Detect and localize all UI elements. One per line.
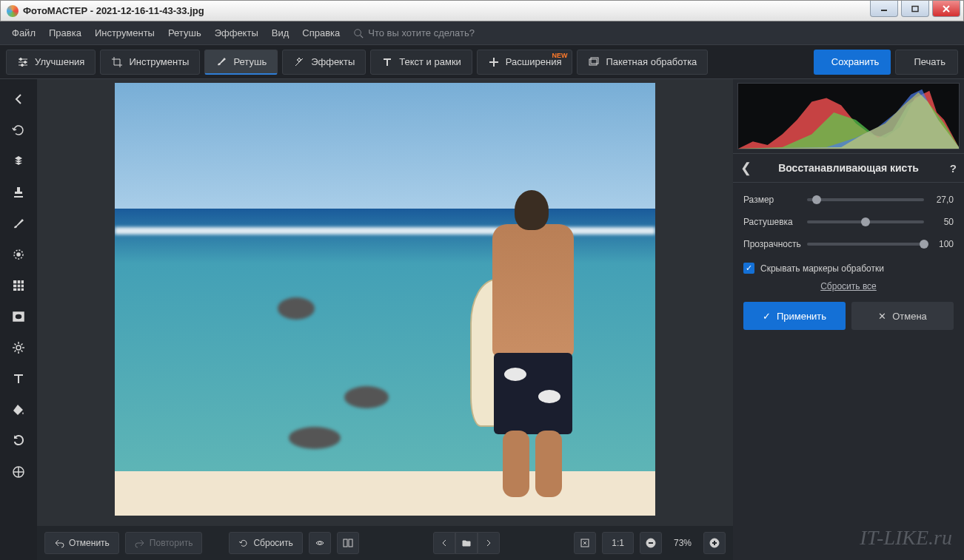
- redo-button[interactable]: Повторить: [125, 532, 203, 554]
- panel-help-button[interactable]: ?: [942, 162, 957, 175]
- tool-stamp[interactable]: [6, 180, 31, 205]
- image-canvas[interactable]: [115, 83, 655, 516]
- cancel-button[interactable]: ✕ Отмена: [851, 302, 954, 330]
- menu-help[interactable]: Справка: [296, 24, 346, 41]
- slider-size-track[interactable]: [807, 198, 924, 201]
- canvas-footer: Отменить Повторить Сбросить 1:1 73%: [37, 526, 733, 560]
- svg-rect-28: [344, 539, 347, 547]
- menu-retouch[interactable]: Ретушь: [162, 24, 207, 41]
- next-image-button[interactable]: [478, 532, 500, 554]
- tab-retouch[interactable]: Ретушь: [204, 50, 278, 75]
- menu-edit[interactable]: Правка: [43, 24, 87, 41]
- prev-image-button[interactable]: [433, 532, 455, 554]
- check-icon: ✓: [763, 311, 771, 322]
- histogram[interactable]: [737, 83, 960, 149]
- crop-icon: [111, 56, 123, 68]
- compare-button[interactable]: [309, 532, 331, 554]
- watermark: IT-LIKE.ru: [860, 526, 952, 550]
- text-icon: [381, 56, 393, 68]
- tool-healing[interactable]: [6, 149, 31, 174]
- svg-rect-22: [13, 280, 24, 291]
- tool-3dlut[interactable]: [6, 459, 31, 485]
- tool-fill[interactable]: [6, 397, 31, 422]
- search-icon: [353, 28, 364, 38]
- reset-all-link[interactable]: Сбросить все: [743, 281, 954, 291]
- svg-point-25: [16, 345, 21, 350]
- svg-line-5: [361, 35, 364, 38]
- split-view-button[interactable]: [337, 532, 359, 554]
- menubar: Файл Правка Инструменты Ретушь Эффекты В…: [0, 21, 964, 45]
- svg-point-9: [20, 58, 22, 60]
- window-title: ФотоМАСТЕР - 2021-12-16-11-43-33.jpg: [23, 5, 204, 16]
- tool-brush[interactable]: [6, 211, 31, 236]
- slider-size: Размер 27,0: [743, 195, 954, 205]
- svg-point-11: [21, 64, 24, 66]
- tool-vignette[interactable]: [6, 304, 31, 329]
- panel-back-button[interactable]: ❮: [740, 160, 755, 176]
- slider-feather: Растушевка 50: [743, 217, 954, 227]
- tool-radial[interactable]: [6, 242, 31, 267]
- zoom-1to1-button[interactable]: 1:1: [602, 532, 634, 554]
- reset-button[interactable]: Сбросить: [229, 532, 302, 554]
- svg-point-4: [355, 29, 361, 36]
- panel-title: Восстанавливающая кисть: [763, 162, 934, 174]
- tool-light[interactable]: [6, 335, 31, 360]
- svg-point-10: [24, 61, 27, 63]
- menu-tools[interactable]: Инструменты: [89, 24, 161, 41]
- plus-icon: [488, 56, 500, 68]
- search-box[interactable]: Что вы хотите сделать?: [353, 27, 475, 38]
- tool-grid[interactable]: [6, 273, 31, 298]
- left-tool-strip: [0, 79, 37, 560]
- panel-header: ❮ Восстанавливающая кисть ?: [733, 153, 964, 183]
- main-toolbar: Улучшения Инструменты Ретушь Эффекты Тек…: [0, 45, 964, 79]
- new-badge: NEW: [552, 52, 567, 59]
- undo-button[interactable]: Отменить: [44, 532, 119, 554]
- nav-group: [433, 532, 500, 554]
- tab-text-frames[interactable]: Текст и рамки: [370, 50, 472, 75]
- save-button[interactable]: Сохранить: [814, 50, 891, 75]
- slider-opacity: Прозрачность 100: [743, 239, 954, 249]
- app-logo-icon: [7, 5, 19, 17]
- svg-rect-29: [349, 539, 352, 547]
- search-placeholder: Что вы хотите сделать?: [368, 27, 475, 38]
- tab-extensions[interactable]: Расширения NEW: [477, 50, 573, 75]
- close-icon: ✕: [878, 311, 886, 322]
- fit-screen-button[interactable]: [574, 532, 596, 554]
- print-button[interactable]: Печать: [895, 50, 958, 75]
- check-icon: ✓: [743, 263, 754, 274]
- menu-effects[interactable]: Эффекты: [209, 24, 264, 41]
- sliders-icon: [17, 56, 29, 68]
- tool-replace[interactable]: [6, 428, 31, 453]
- zoom-in-button[interactable]: [703, 532, 726, 554]
- svg-rect-1: [912, 6, 918, 11]
- tool-text[interactable]: [6, 366, 31, 391]
- tab-enhance[interactable]: Улучшения: [6, 50, 96, 75]
- hide-markers-checkbox[interactable]: ✓ Скрывать маркеры обработки: [743, 263, 954, 274]
- menu-file[interactable]: Файл: [6, 24, 41, 41]
- brush-icon: [215, 55, 227, 67]
- minimize-button[interactable]: [870, 1, 898, 17]
- tool-rotate[interactable]: [6, 118, 31, 143]
- maximize-button[interactable]: [901, 1, 929, 17]
- menu-view[interactable]: Вид: [266, 24, 295, 41]
- sparkle-icon: [293, 56, 305, 68]
- apply-button[interactable]: ✓ Применить: [743, 302, 846, 330]
- tool-back[interactable]: [6, 87, 31, 112]
- tab-tools[interactable]: Инструменты: [100, 50, 200, 75]
- open-folder-button[interactable]: [455, 532, 478, 554]
- svg-point-24: [15, 314, 22, 320]
- svg-point-21: [17, 253, 20, 256]
- tab-batch[interactable]: Пакетная обработка: [577, 50, 708, 75]
- right-panel: ❮ Восстанавливающая кисть ? Размер 27,0 …: [733, 79, 964, 560]
- zoom-value: 73%: [668, 538, 697, 548]
- slider-feather-track[interactable]: [807, 220, 924, 223]
- svg-point-27: [318, 542, 321, 544]
- zoom-out-button[interactable]: [640, 532, 662, 554]
- tab-effects[interactable]: Эффекты: [282, 50, 366, 75]
- canvas-area: Отменить Повторить Сбросить 1:1 73%: [37, 79, 733, 560]
- close-button[interactable]: [932, 1, 960, 17]
- batch-icon: [588, 56, 600, 68]
- slider-opacity-track[interactable]: [807, 243, 924, 246]
- window-titlebar: ФотоМАСТЕР - 2021-12-16-11-43-33.jpg: [0, 0, 964, 21]
